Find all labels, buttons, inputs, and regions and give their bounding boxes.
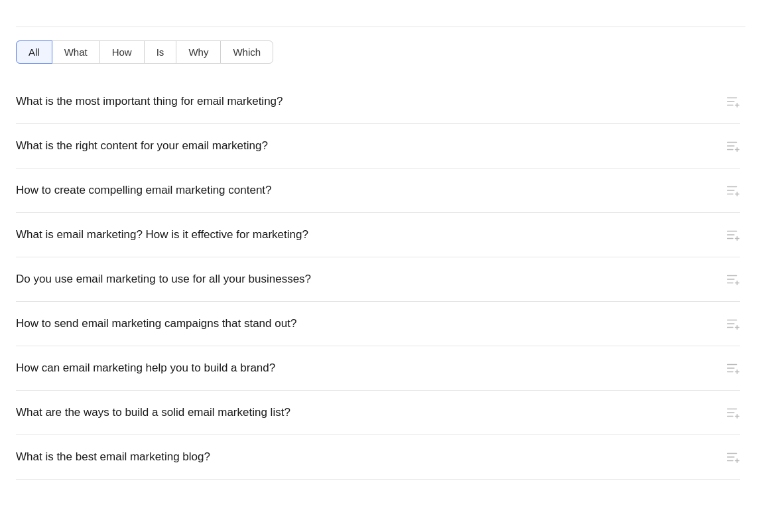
- questions-list[interactable]: What is the most important thing for ema…: [16, 80, 745, 480]
- add-to-list-icon[interactable]: [726, 228, 740, 242]
- question-item[interactable]: Do you use email marketing to use for al…: [16, 257, 740, 302]
- add-to-list-icon[interactable]: [726, 94, 740, 109]
- question-text: What is email marketing? How is it effec…: [16, 228, 715, 241]
- question-text: Do you use email marketing to use for al…: [16, 273, 715, 286]
- question-text: How to create compelling email marketing…: [16, 184, 715, 197]
- question-text: What are the ways to build a solid email…: [16, 406, 715, 419]
- question-item[interactable]: What is the best email marketing blog?: [16, 435, 740, 480]
- add-to-list-icon[interactable]: [726, 450, 740, 464]
- question-text: How can email marketing help you to buil…: [16, 362, 715, 375]
- question-text: What is the best email marketing blog?: [16, 450, 715, 464]
- question-item[interactable]: What is the most important thing for ema…: [16, 80, 740, 124]
- add-to-list-icon[interactable]: [726, 361, 740, 375]
- add-to-list-icon[interactable]: [726, 405, 740, 420]
- page-container: AllWhatHowIsWhyWhich What is the most im…: [0, 0, 764, 480]
- question-text: What is the right content for your email…: [16, 139, 715, 153]
- add-to-list-icon[interactable]: [726, 316, 740, 331]
- filter-tabs: AllWhatHowIsWhyWhich: [16, 40, 745, 64]
- filter-tab-what[interactable]: What: [52, 40, 100, 64]
- add-to-list-icon[interactable]: [726, 139, 740, 153]
- page-header: [16, 16, 745, 27]
- question-item[interactable]: How to send email marketing campaigns th…: [16, 302, 740, 346]
- filter-tab-is[interactable]: Is: [144, 40, 177, 64]
- question-text: How to send email marketing campaigns th…: [16, 317, 715, 330]
- question-item[interactable]: How to create compelling email marketing…: [16, 168, 740, 213]
- filter-tab-which[interactable]: Which: [220, 40, 273, 64]
- question-text: What is the most important thing for ema…: [16, 95, 715, 108]
- question-item[interactable]: How can email marketing help you to buil…: [16, 346, 740, 391]
- filter-tab-all[interactable]: All: [16, 40, 52, 64]
- question-item[interactable]: What is email marketing? How is it effec…: [16, 213, 740, 257]
- question-item[interactable]: What are the ways to build a solid email…: [16, 391, 740, 435]
- add-to-list-icon[interactable]: [726, 272, 740, 287]
- filter-tab-how[interactable]: How: [99, 40, 145, 64]
- question-item[interactable]: What is the right content for your email…: [16, 124, 740, 168]
- add-to-list-icon[interactable]: [726, 183, 740, 198]
- filter-tab-why[interactable]: Why: [176, 40, 221, 64]
